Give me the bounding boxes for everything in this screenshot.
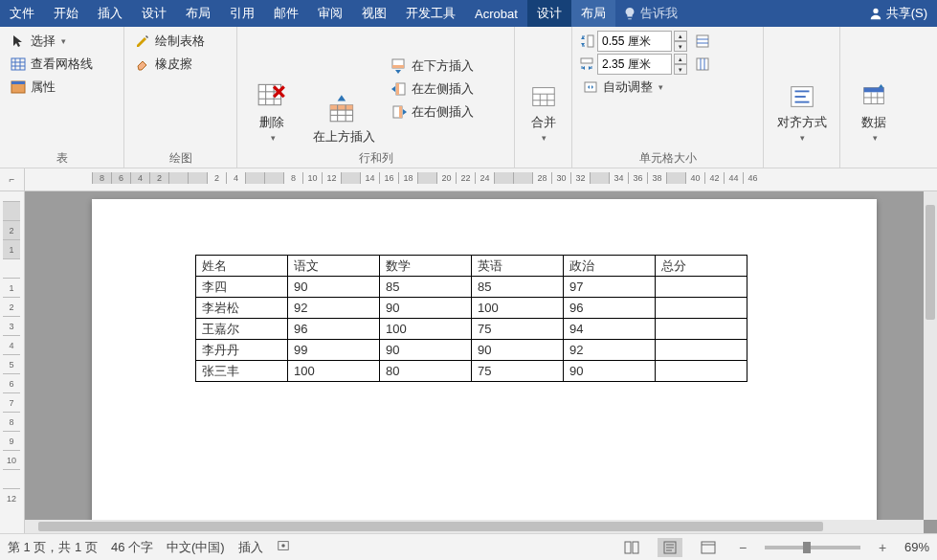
distribute-rows-button[interactable] [693, 31, 712, 52]
zoom-out-button[interactable]: − [734, 540, 751, 555]
menu-tab-视图[interactable]: 视图 [352, 0, 396, 27]
alignment-button[interactable]: 对齐方式▾ [770, 31, 834, 146]
table-cell[interactable]: 100 [288, 361, 380, 382]
col-width-spinner[interactable]: ▴▾ [674, 54, 687, 75]
distribute-cols-button[interactable] [693, 54, 712, 75]
v-scroll-thumb[interactable] [926, 205, 935, 320]
table-cell[interactable] [656, 319, 747, 340]
tell-me[interactable]: 告诉我 [615, 0, 685, 27]
share-button[interactable]: 共享(S) [859, 0, 937, 27]
table-cell[interactable] [656, 340, 747, 361]
view-web-layout[interactable] [696, 538, 721, 557]
menu-tab-布局[interactable]: 布局 [176, 0, 220, 27]
status-words[interactable]: 46 个字 [111, 539, 153, 556]
status-mode[interactable]: 插入 [238, 539, 263, 556]
vertical-ruler[interactable]: 211234567891012 [0, 191, 25, 533]
zoom-slider-knob[interactable] [803, 542, 811, 553]
table-cell[interactable]: 政治 [564, 256, 656, 277]
menu-bar: 文件开始插入设计布局引用邮件审阅视图开发工具Acrobat设计布局 告诉我 共享… [0, 0, 937, 27]
autofit-button[interactable]: 自动调整▾ [578, 77, 687, 98]
context-tab-设计[interactable]: 设计 [527, 0, 571, 27]
data-button[interactable]: 数据▾ [846, 31, 902, 146]
svg-rect-50 [625, 542, 631, 553]
menu-tab-文件[interactable]: 文件 [0, 0, 44, 27]
table-cell[interactable]: 总分 [656, 256, 747, 277]
view-print-layout[interactable] [658, 538, 682, 557]
macro-icon[interactable] [277, 539, 290, 555]
row-height-input[interactable] [597, 31, 672, 52]
insert-above-button[interactable]: 在上方插入 [301, 31, 387, 146]
menu-tab-开始[interactable]: 开始 [44, 0, 88, 27]
table-cell[interactable]: 75 [472, 361, 564, 382]
table-cell[interactable]: 94 [564, 319, 656, 340]
menu-tab-邮件[interactable]: 邮件 [264, 0, 308, 27]
table-cell[interactable]: 96 [564, 298, 656, 319]
table-cell[interactable]: 80 [380, 361, 472, 382]
document-table[interactable]: 姓名语文数学英语政治总分李四90858597李岩松929010096王嘉尔961… [195, 255, 747, 382]
horizontal-scrollbar[interactable] [25, 520, 924, 533]
insert-right-button[interactable]: 在右侧插入 [387, 101, 478, 123]
row-height-spinner[interactable]: ▴▾ [674, 31, 687, 52]
table-cell[interactable]: 92 [564, 340, 656, 361]
select-button[interactable]: 选择▾ [6, 31, 97, 52]
vertical-scrollbar[interactable] [924, 191, 937, 520]
ruler-corner[interactable]: ⌐ [0, 168, 25, 191]
table-cell[interactable]: 张三丰 [196, 361, 288, 382]
person-icon [869, 7, 882, 20]
zoom-in-button[interactable]: + [874, 540, 891, 555]
table-cell[interactable]: 90 [472, 340, 564, 361]
table-cell[interactable]: 数学 [380, 256, 472, 277]
group-label-rowscols: 行和列 [237, 150, 514, 168]
eraser-button[interactable]: 橡皮擦 [130, 54, 209, 75]
menu-tab-审阅[interactable]: 审阅 [308, 0, 352, 27]
page[interactable]: 姓名语文数学英语政治总分李四90858597李岩松929010096王嘉尔961… [92, 199, 877, 520]
h-scroll-thumb[interactable] [38, 522, 823, 531]
table-cell[interactable]: 85 [472, 277, 564, 298]
table-cell[interactable]: 王嘉尔 [196, 319, 288, 340]
table-cell[interactable]: 90 [380, 340, 472, 361]
properties-button[interactable]: 属性 [6, 77, 97, 98]
table-cell[interactable]: 李丹丹 [196, 340, 288, 361]
table-row: 李丹丹99909092 [196, 340, 747, 361]
table-cell[interactable]: 97 [564, 277, 656, 298]
zoom-level[interactable]: 69% [904, 540, 929, 554]
context-tab-布局[interactable]: 布局 [571, 0, 615, 27]
table-cell[interactable]: 100 [380, 319, 472, 340]
table-cell[interactable]: 90 [288, 277, 380, 298]
status-lang[interactable]: 中文(中国) [167, 539, 225, 556]
svg-rect-14 [330, 105, 352, 110]
table-cell[interactable]: 英语 [472, 256, 564, 277]
table-cell[interactable] [656, 298, 747, 319]
table-cell[interactable]: 99 [288, 340, 380, 361]
table-cell[interactable]: 92 [288, 298, 380, 319]
horizontal-ruler[interactable]: 8642248101214161820222428303234363840424… [25, 168, 937, 191]
col-width-input[interactable] [597, 54, 672, 75]
table-cell[interactable]: 90 [380, 298, 472, 319]
delete-button[interactable]: 删除▾ [243, 31, 301, 146]
table-cell[interactable]: 96 [288, 319, 380, 340]
table-cell[interactable]: 85 [380, 277, 472, 298]
menu-tab-设计[interactable]: 设计 [132, 0, 176, 27]
table-cell[interactable] [656, 361, 747, 382]
table-cell[interactable]: 100 [472, 298, 564, 319]
insert-left-button[interactable]: 在左侧插入 [387, 78, 478, 100]
view-read-mode[interactable] [619, 538, 644, 557]
document-viewport[interactable]: 姓名语文数学英语政治总分李四90858597李岩松929010096王嘉尔961… [25, 191, 924, 520]
menu-tab-Acrobat[interactable]: Acrobat [465, 0, 527, 27]
table-cell[interactable] [656, 277, 747, 298]
menu-tab-引用[interactable]: 引用 [220, 0, 264, 27]
zoom-slider[interactable] [765, 546, 860, 549]
menu-tab-开发工具[interactable]: 开发工具 [396, 0, 465, 27]
table-cell[interactable]: 75 [472, 319, 564, 340]
table-cell[interactable]: 语文 [288, 256, 380, 277]
merge-button[interactable]: 合并▾ [521, 31, 566, 146]
table-cell[interactable]: 90 [564, 361, 656, 382]
table-cell[interactable]: 李四 [196, 277, 288, 298]
status-page[interactable]: 第 1 页，共 1 页 [8, 539, 98, 556]
insert-below-button[interactable]: 在下方插入 [387, 56, 478, 77]
draw-table-button[interactable]: 绘制表格 [130, 31, 209, 52]
table-cell[interactable]: 李岩松 [196, 298, 288, 319]
view-gridlines-button[interactable]: 查看网格线 [6, 54, 97, 75]
menu-tab-插入[interactable]: 插入 [88, 0, 132, 27]
table-cell[interactable]: 姓名 [196, 256, 288, 277]
